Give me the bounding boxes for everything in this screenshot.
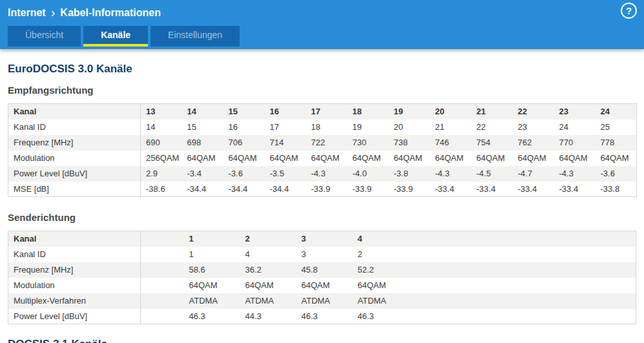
table-cell: 24 [554,120,596,135]
table-cell: 64QAM [223,151,265,166]
table-cell: 23 [513,120,554,135]
filler-cell [409,262,636,278]
table-cell: 64QAM [265,151,306,166]
table-cell: 778 [596,135,637,151]
table-cell: 706 [223,135,265,151]
table-cell: 722 [306,135,348,151]
table-cell: 1 [184,247,240,262]
section-heading-empfangsrichtung: Empfangsrichtung [8,85,636,96]
table-cell: 22 [472,120,513,135]
spacer-cell [141,262,184,278]
row-label: Frequenz [MHz] [8,262,141,278]
table-cell: 64QAM [472,151,513,166]
table-cell: 15 [223,104,265,120]
table-cell: ATDMA [184,293,240,309]
table-cell: 64QAM [184,278,240,293]
table-cell: -34.4 [265,182,306,197]
section-heading-senderichtung: Senderichtung [8,212,636,223]
table-cell: -3.6 [223,166,265,182]
help-icon[interactable]: ? [621,3,637,19]
table-cell: 714 [265,135,306,151]
table-cell: 1 [184,231,240,247]
row-label: Power Level [dBuV] [8,166,141,182]
table-cell: -4.0 [348,166,389,182]
table-cell: 19 [348,120,389,135]
table-cell: 64QAM [353,278,409,293]
table-cell: -3.5 [265,166,306,182]
table-cell: 18 [306,120,348,135]
table-cell: 256QAM [141,151,182,166]
tab-bar: ÜbersichtKanäleEinstellungen [0,26,644,49]
table-cell: 64QAM [596,151,637,166]
table-cell: 730 [348,135,389,151]
table-cell: -33.4 [472,182,513,197]
table-cell: 45.8 [296,262,353,278]
table-cell: 64QAM [182,151,223,166]
spacer-cell [141,309,184,324]
table-cell: -33.8 [596,182,637,197]
table-cell: 36.2 [240,262,296,278]
table-cell: 58.6 [184,262,240,278]
table-cell: 24 [596,104,637,120]
table-cell: 762 [513,135,554,151]
table-cell: 64QAM [430,151,472,166]
table-cell: 770 [554,135,596,151]
filler-cell [409,247,636,262]
tab-kanaele[interactable]: Kanäle [83,26,148,47]
table-row: Frequenz [MHz]58.636.245.852.2 [8,262,636,278]
table-cell: 64QAM [348,151,389,166]
filler-cell [409,278,636,293]
table-cell: 17 [306,104,348,120]
tab-uebersicht[interactable]: Übersicht [8,26,81,47]
table-cell: 21 [472,104,513,120]
breadcrumb-page: Kabel-Informationen [60,7,161,19]
table-cell: -34.4 [182,182,223,197]
table-cell: -33.4 [430,182,472,197]
table-cell: 13 [141,104,182,120]
table-cell: -33.9 [306,182,348,197]
row-label: Kanal [8,104,141,120]
row-label: Modulation [8,151,141,166]
spacer-cell [141,293,184,309]
table-cell: 754 [472,135,513,151]
table-cell: 52.2 [353,262,409,278]
table-cell: 14 [182,104,223,120]
table-cell: 17 [265,120,306,135]
table-cell: 14 [141,120,182,135]
table-cell: -3.8 [389,166,430,182]
tab-einstellungen[interactable]: Einstellungen [151,26,240,47]
breadcrumb-section[interactable]: Internet [8,7,46,19]
table-cell: 2 [353,247,409,262]
table-cell: -33.9 [348,182,389,197]
content: EuroDOCSIS 3.0 Kanäle Empfangsrichtung K… [0,63,644,343]
table-cell: -34.4 [223,182,265,197]
table-cell: -4.3 [306,166,348,182]
table-cell: 3 [296,247,353,262]
table-cell: 20 [430,104,472,120]
table-row: Modulation256QAM64QAM64QAM64QAM64QAM64QA… [8,151,637,166]
row-label: Multiplex-Verfahren [8,293,141,309]
row-label: Frequenz [MHz] [8,135,141,151]
table-cell: -3.6 [596,166,637,182]
table-cell: 46.3 [296,309,353,324]
table-empfangsrichtung: Kanal131415161718192021222324Kanal ID141… [8,103,637,197]
page-title-docsis30: EuroDOCSIS 3.0 Kanäle [8,63,636,76]
row-label: Modulation [8,278,141,293]
row-label: MSE [dB] [8,182,141,197]
table-cell: 15 [182,120,223,135]
row-label: Power Level [dBuV] [8,309,141,324]
table-cell: 3 [296,231,353,247]
table-cell: 44.3 [240,309,296,324]
table-cell: 690 [141,135,182,151]
table-cell: 21 [430,120,472,135]
table-row: MSE [dB]-38.6-34.4-34.4-34.4-33.9-33.9-3… [8,182,637,197]
filler-cell [409,309,636,324]
table-cell: -3.4 [182,166,223,182]
table-cell: 2 [240,231,296,247]
table-cell: 4 [240,247,296,262]
table-cell: 16 [223,120,265,135]
table-cell: 46.3 [184,309,240,324]
table-cell: -4.3 [554,166,596,182]
page-title-docsis31: DOCSIS 3.1 Kanäle [8,338,636,343]
breadcrumb-separator-icon: › [51,6,56,19]
